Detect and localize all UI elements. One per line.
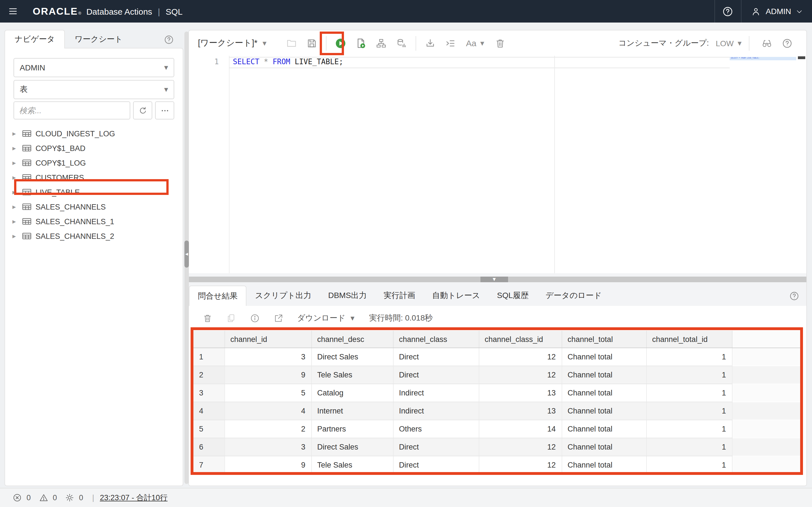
cell-channel-total[interactable]: Channel total bbox=[562, 366, 646, 384]
editor-minimap[interactable]: SELECT * FROM LIVE_TABLE; bbox=[730, 56, 796, 273]
info-button[interactable] bbox=[244, 311, 266, 326]
tab-dbms-output[interactable]: DBMS出力 bbox=[320, 286, 375, 306]
cell-channel-total-id[interactable]: 1 bbox=[646, 438, 732, 456]
grid-row[interactable]: 1 3 Direct Sales Direct 12 Channel total… bbox=[193, 348, 800, 366]
search-input[interactable] bbox=[13, 101, 130, 119]
cell-channel-total-id[interactable]: 1 bbox=[646, 456, 732, 474]
tab-sql-history[interactable]: SQL履歴 bbox=[489, 286, 537, 306]
object-type-select[interactable]: 表 ▼ bbox=[13, 80, 174, 99]
cell-channel-id[interactable]: 4 bbox=[224, 402, 311, 420]
sql-star: * bbox=[259, 57, 273, 66]
tree-item-live-table[interactable]: ▶ LIVE_TABLE bbox=[5, 185, 183, 200]
cell-channel-desc[interactable]: Direct Sales bbox=[311, 348, 393, 366]
refresh-button[interactable] bbox=[133, 101, 152, 119]
cell-channel-desc[interactable]: Catalog bbox=[311, 384, 393, 402]
tree-item-sales-channels[interactable]: ▶ SALES_CHANNELS bbox=[5, 200, 183, 214]
cell-channel-class[interactable]: Indirect bbox=[393, 402, 479, 420]
history-link[interactable]: 23:23:07 - 合計10行 bbox=[100, 493, 167, 503]
open-in-new-window-button[interactable] bbox=[268, 311, 289, 326]
cell-channel-total-id[interactable]: 1 bbox=[646, 366, 732, 384]
cell-channel-id[interactable]: 3 bbox=[224, 348, 311, 366]
cell-channel-total[interactable]: Channel total bbox=[562, 420, 646, 438]
editor-scrollbar-thumb[interactable] bbox=[798, 56, 805, 59]
tree-item-copy1-log[interactable]: ▶ COPY$1_LOG bbox=[5, 156, 183, 170]
tab-navigator[interactable]: ナビゲータ bbox=[4, 30, 65, 48]
column-header[interactable]: channel_total_id bbox=[646, 331, 732, 348]
column-header[interactable]: channel_total bbox=[562, 331, 646, 348]
cell-channel-total[interactable]: Channel total bbox=[562, 348, 646, 366]
tab-explain-plan[interactable]: 実行計画 bbox=[375, 286, 424, 306]
cell-channel-id[interactable]: 2 bbox=[224, 420, 311, 438]
sidebar-help-button[interactable] bbox=[163, 34, 806, 45]
download-results-button[interactable]: ダウンロード ▼ bbox=[297, 313, 354, 323]
cell-channel-class[interactable]: Direct bbox=[393, 438, 479, 456]
cell-channel-id[interactable]: 9 bbox=[224, 366, 311, 384]
cell-channel-total-id[interactable]: 1 bbox=[646, 420, 732, 438]
cell-channel-class-id[interactable]: 12 bbox=[479, 366, 562, 384]
cell-channel-class[interactable]: Direct bbox=[393, 456, 479, 474]
user-menu[interactable]: ADMIN bbox=[742, 0, 812, 22]
cell-channel-class-id[interactable]: 13 bbox=[479, 402, 562, 420]
grid-row[interactable]: 7 9 Tele Sales Direct 12 Channel total 1 bbox=[193, 456, 800, 474]
cell-channel-class-id[interactable]: 14 bbox=[479, 420, 562, 438]
tree-item-sales-channels-1[interactable]: ▶ SALES_CHANNELS_1 bbox=[5, 214, 183, 229]
clear-results-button[interactable] bbox=[197, 311, 218, 326]
cell-channel-total[interactable]: Channel total bbox=[562, 402, 646, 420]
tab-label: データのロード bbox=[546, 291, 602, 301]
vertical-splitter-handle[interactable]: ◀ bbox=[185, 240, 189, 268]
tab-worksheet[interactable]: ワークシート bbox=[65, 30, 133, 48]
tab-data-load[interactable]: データのロード bbox=[537, 286, 610, 306]
tab-query-result[interactable]: 問合せ結果 bbox=[189, 286, 247, 306]
cell-channel-desc[interactable]: Partners bbox=[311, 420, 393, 438]
cell-channel-desc[interactable]: Tele Sales bbox=[311, 366, 393, 384]
results-help-button[interactable] bbox=[789, 291, 800, 301]
tab-script-output[interactable]: スクリプト出力 bbox=[247, 286, 320, 306]
cell-channel-total[interactable]: Channel total bbox=[562, 456, 646, 474]
row-number-header[interactable] bbox=[193, 331, 224, 348]
topbar-help-button[interactable] bbox=[715, 0, 741, 22]
grid-row[interactable]: 3 5 Catalog Indirect 13 Channel total 1 bbox=[193, 384, 800, 402]
cell-channel-desc[interactable]: Tele Sales bbox=[311, 456, 393, 474]
cell-channel-class-id[interactable]: 13 bbox=[479, 384, 562, 402]
table-icon bbox=[22, 129, 32, 137]
cell-channel-total-id[interactable]: 1 bbox=[646, 402, 732, 420]
cell-channel-total[interactable]: Channel total bbox=[562, 384, 646, 402]
grid-row[interactable]: 2 9 Tele Sales Direct 12 Channel total 1 bbox=[193, 366, 800, 384]
grid-row[interactable]: 6 3 Direct Sales Direct 12 Channel total… bbox=[193, 438, 800, 456]
cell-channel-id[interactable]: 3 bbox=[224, 438, 311, 456]
tree-item-sales-channels-2[interactable]: ▶ SALES_CHANNELS_2 bbox=[5, 229, 183, 243]
horizontal-splitter[interactable]: ▼ bbox=[189, 277, 806, 282]
cell-channel-id[interactable]: 9 bbox=[224, 456, 311, 474]
column-header[interactable]: channel_class_id bbox=[479, 331, 562, 348]
column-header[interactable]: channel_class bbox=[393, 331, 479, 348]
column-header[interactable]: channel_id bbox=[224, 331, 311, 348]
cell-channel-desc[interactable]: Direct Sales bbox=[311, 438, 393, 456]
copy-results-button[interactable] bbox=[220, 311, 242, 326]
cell-channel-class-id[interactable]: 12 bbox=[479, 348, 562, 366]
grid-row[interactable]: 5 2 Partners Others 14 Channel total 1 bbox=[193, 420, 800, 438]
sql-code-line[interactable]: SELECT * FROM LIVE_TABLE; bbox=[233, 57, 343, 66]
tree-item-customers[interactable]: ▶ CUSTOMERS bbox=[5, 170, 183, 185]
cell-channel-class[interactable]: Others bbox=[393, 420, 479, 438]
tab-autotrace[interactable]: 自動トレース bbox=[424, 286, 489, 306]
cell-channel-total[interactable]: Channel total bbox=[562, 438, 646, 456]
tree-item-copy1-bad[interactable]: ▶ COPY$1_BAD bbox=[5, 141, 183, 156]
sql-editor[interactable]: 1 SELECT * FROM LIVE_TABLE; SELECT * FRO… bbox=[189, 56, 806, 273]
cell-channel-class-id[interactable]: 12 bbox=[479, 438, 562, 456]
cell-channel-desc[interactable]: Internet bbox=[311, 402, 393, 420]
cell-channel-class[interactable]: Indirect bbox=[393, 384, 479, 402]
cell-channel-class-id[interactable]: 12 bbox=[479, 456, 562, 474]
cell-channel-total-id[interactable]: 1 bbox=[646, 384, 732, 402]
column-header[interactable]: channel_desc bbox=[311, 331, 393, 348]
schema-select[interactable]: ADMIN ▼ bbox=[13, 58, 174, 77]
object-type-select-value: 表 bbox=[20, 84, 28, 95]
cell-channel-class[interactable]: Direct bbox=[393, 366, 479, 384]
cell-channel-class[interactable]: Direct bbox=[393, 348, 479, 366]
cell-channel-total-id[interactable]: 1 bbox=[646, 348, 732, 366]
horizontal-splitter-handle[interactable]: ▼ bbox=[480, 277, 508, 282]
cell-channel-id[interactable]: 5 bbox=[224, 384, 311, 402]
grid-row[interactable]: 4 4 Internet Indirect 13 Channel total 1 bbox=[193, 402, 800, 420]
hamburger-menu-button[interactable] bbox=[0, 0, 26, 22]
tree-item-cloud-ingest-log[interactable]: ▶ CLOUD_INGEST_LOG bbox=[5, 126, 183, 141]
more-options-button[interactable] bbox=[155, 101, 174, 119]
